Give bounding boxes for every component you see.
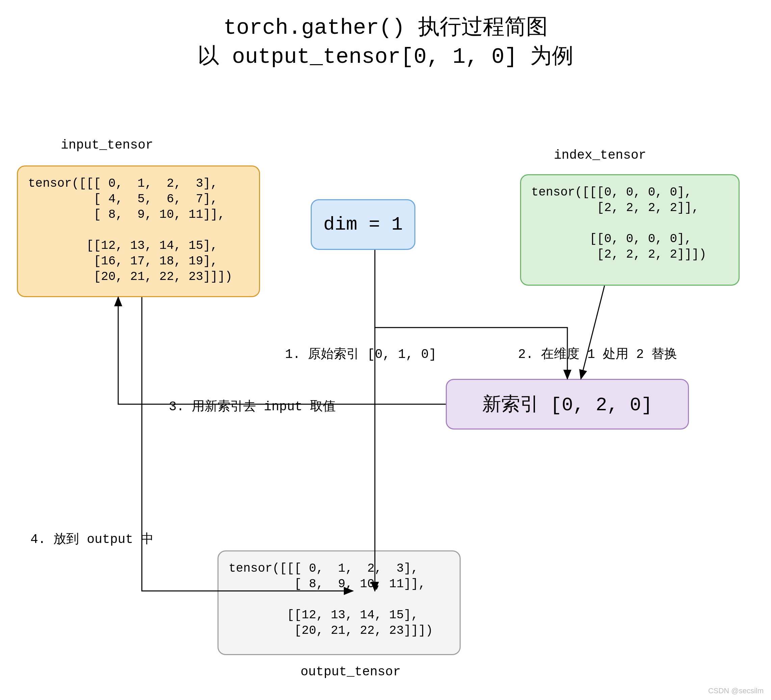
step-4-label: 4. 放到 output 中 [30, 530, 154, 547]
diagram-canvas: torch.gather() 执行过程简图 以 output_tensor[0,… [0, 0, 771, 700]
step-1-label: 1. 原始索引 [0, 1, 0] [285, 345, 436, 362]
input-tensor-box: tensor([[[ 0, 1, 2, 3], [ 4, 5, 6, 7], [… [17, 166, 260, 297]
index-tensor-box: tensor([[[0, 0, 0, 0], [2, 2, 2, 2]], [[… [520, 174, 740, 286]
step-2-label: 2. 在维度 1 处用 2 替换 [518, 345, 677, 362]
output-tensor-label: output_tensor [301, 664, 400, 679]
index-tensor-text: tensor([[[0, 0, 0, 0], [2, 2, 2, 2]], [[… [531, 185, 729, 262]
new-index-box: 新索引 [0, 2, 0] [446, 379, 689, 430]
step-3-label: 3. 用新索引去 input 取值 [169, 398, 336, 415]
index-tensor-label: index_tensor [554, 148, 646, 162]
dim-text: dim = 1 [323, 214, 403, 235]
watermark: CSDN @secsilm [708, 687, 764, 695]
title-line-2: 以 output_tensor[0, 1, 0] 为例 [198, 45, 574, 69]
title-line-1: torch.gather() 执行过程简图 [223, 16, 547, 40]
input-tensor-text: tensor([[[ 0, 1, 2, 3], [ 4, 5, 6, 7], [… [28, 176, 249, 285]
new-index-text: 新索引 [0, 2, 0] [482, 391, 652, 417]
input-tensor-label: input_tensor [61, 138, 153, 152]
output-tensor-box: tensor([[[ 0, 1, 2, 3], [ 8, 9, 10, 11]]… [218, 551, 460, 655]
diagram-title: torch.gather() 执行过程简图 以 output_tensor[0,… [0, 13, 771, 72]
dim-box: dim = 1 [311, 199, 415, 250]
arrow-index-to-newindex [581, 286, 605, 379]
arrow-input-to-output [142, 297, 353, 591]
output-tensor-text: tensor([[[ 0, 1, 2, 3], [ 8, 9, 10, 11]]… [229, 561, 449, 638]
